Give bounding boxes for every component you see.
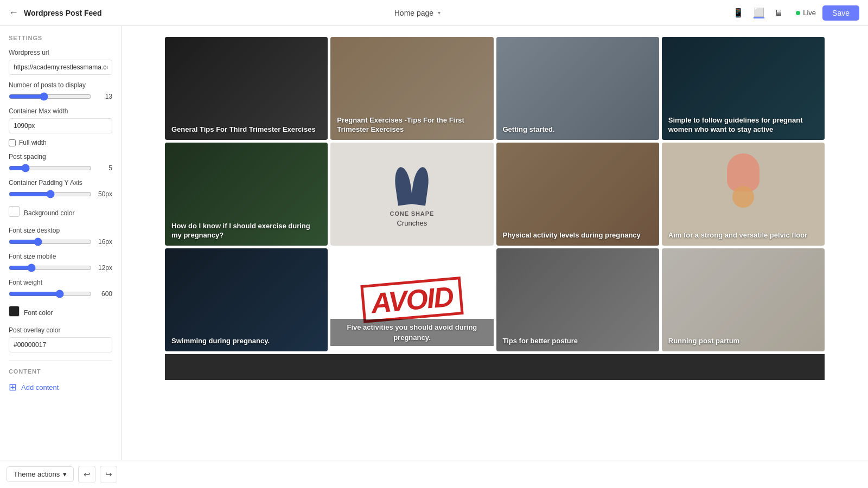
topbar-left: ← Wordpress Post Feed (9, 7, 102, 18)
main-layout: SETTINGS Wordpress url Number of posts t… (0, 26, 868, 460)
post-card[interactable]: How do I know if I should exercise durin… (165, 143, 328, 246)
container-max-width-label: Container Max width (9, 107, 112, 115)
font-size-mobile-slider[interactable] (9, 264, 92, 272)
theme-actions-label: Theme actions (14, 470, 60, 478)
post-card[interactable]: Getting started. (496, 37, 659, 140)
card-title: General Tips For Third Trimester Exercis… (171, 125, 316, 134)
card-overlay: Getting started. (496, 37, 659, 140)
cone-shape-icon (393, 162, 431, 205)
card-title: Tips for better posture (503, 337, 578, 346)
card-title: Pregnant Exercises -Tips For the First T… (337, 116, 487, 134)
post-card[interactable]: Pregnant Exercises -Tips For the First T… (330, 37, 493, 140)
font-color-label: Font color (24, 309, 53, 317)
post-card[interactable]: CONE SHAPE Crunches (330, 143, 493, 246)
background-color-row: Background color (9, 203, 112, 220)
post-grid: General Tips For Third Trimester Exercis… (122, 37, 868, 351)
redo-button[interactable]: ↪ (100, 466, 117, 483)
font-size-desktop-slider[interactable] (9, 237, 92, 246)
settings-heading: SETTINGS (9, 35, 112, 41)
live-label: Live (803, 9, 816, 17)
post-card[interactable]: AVOID Five activities you should avoid d… (330, 248, 493, 351)
full-width-checkbox[interactable] (9, 139, 16, 146)
container-max-width-input[interactable] (9, 118, 112, 133)
post-card[interactable]: Tips for better posture (496, 248, 659, 351)
background-color-label: Background color (24, 209, 74, 217)
container-padding-y-label: Container Padding Y Axis (9, 179, 112, 187)
add-content-button[interactable]: ⊞ Add content (9, 381, 59, 393)
font-color-row: Font color (9, 303, 112, 320)
num-posts-slider-row: 13 (9, 92, 112, 101)
canvas-inner: General Tips For Third Trimester Exercis… (122, 26, 868, 460)
num-posts-slider[interactable] (9, 92, 92, 101)
wordpress-url-input[interactable] (9, 60, 112, 75)
wordpress-url-label: Wordpress url (9, 49, 112, 56)
post-card[interactable]: Simple to follow guidelines for pregnant… (662, 37, 825, 140)
device-icons: 📱 ⬜ 🖥 (733, 7, 783, 18)
card-overlay: Running post partum (662, 248, 825, 351)
card-overlay: Physical activity levels during pregnanc… (496, 143, 659, 246)
chevron-down-icon: ▾ (438, 10, 441, 16)
cone-label: CONE SHAPE (390, 210, 435, 217)
post-card[interactable]: Swimming during pregnancy. (165, 248, 328, 351)
card-title: How do I know if I should exercise durin… (171, 222, 321, 240)
post-card[interactable]: Aim for a strong and versatile pelvic fl… (662, 143, 825, 246)
theme-actions-button[interactable]: Theme actions ▾ (7, 466, 74, 482)
font-weight-slider[interactable] (9, 290, 92, 298)
chevron-down-icon: ▾ (63, 470, 67, 478)
card-title: Running post partum (668, 337, 739, 346)
page-selector[interactable]: Home page ▾ (394, 9, 441, 17)
card-title: Swimming during pregnancy. (171, 337, 270, 346)
font-size-mobile-label: Font size mobile (9, 253, 112, 260)
canvas: General Tips For Third Trimester Exercis… (122, 26, 868, 460)
avoid-stamp: AVOID (360, 277, 463, 323)
card-overlay: General Tips For Third Trimester Exercis… (165, 37, 328, 140)
full-width-label: Full width (19, 139, 47, 146)
container-padding-y-value: 50px (96, 190, 112, 198)
font-size-mobile-value: 12px (96, 264, 112, 272)
card-overlay: Swimming during pregnancy. (165, 248, 328, 351)
add-icon: ⊞ (9, 381, 17, 393)
card-title: Aim for a strong and versatile pelvic fl… (668, 231, 807, 240)
desktop-icon[interactable]: 🖥 (774, 8, 783, 18)
anatomy-illustration (722, 153, 765, 208)
topbar: ← Wordpress Post Feed Home page ▾ 📱 ⬜ 🖥 … (0, 0, 868, 26)
mobile-icon[interactable]: 📱 (733, 8, 744, 18)
content-heading: CONTENT (9, 368, 112, 375)
card-title: Five activities you should avoid during … (347, 323, 477, 342)
page-name: Home page (394, 9, 433, 17)
font-size-desktop-slider-row: 16px (9, 237, 112, 246)
sidebar: SETTINGS Wordpress url Number of posts t… (0, 26, 122, 460)
post-overlay-color-label: Post overlay color (9, 326, 112, 334)
post-overlay-color-input[interactable] (9, 337, 112, 352)
font-weight-slider-row: 600 (9, 290, 112, 298)
num-posts-label: Number of posts to display (9, 81, 112, 89)
font-size-desktop-label: Font size desktop (9, 227, 112, 234)
card-overlay: Five activities you should avoid during … (330, 319, 493, 346)
post-spacing-slider[interactable] (9, 164, 92, 172)
live-dot (796, 11, 800, 15)
tablet-icon[interactable]: ⬜ (754, 7, 764, 18)
card-overlay: Tips for better posture (496, 248, 659, 351)
post-spacing-slider-row: 5 (9, 164, 112, 172)
add-content-label: Add content (21, 383, 59, 391)
post-card[interactable]: Running post partum (662, 248, 825, 351)
post-card[interactable]: General Tips For Third Trimester Exercis… (165, 37, 328, 140)
undo-button[interactable]: ↩ (78, 466, 95, 483)
card-overlay: Simple to follow guidelines for pregnant… (662, 37, 825, 140)
post-spacing-value: 5 (96, 164, 112, 172)
card-overlay: How do I know if I should exercise durin… (165, 143, 328, 246)
card-overlay: Pregnant Exercises -Tips For the First T… (330, 37, 493, 140)
full-width-row: Full width (9, 139, 112, 146)
bottom-footer-bar (165, 354, 825, 380)
post-card[interactable]: Physical activity levels during pregnanc… (496, 143, 659, 246)
live-indicator: Live (796, 9, 816, 17)
save-button[interactable]: Save (822, 5, 859, 21)
background-color-swatch[interactable] (9, 206, 20, 217)
section-divider (9, 360, 112, 361)
font-weight-label: Font weight (9, 279, 112, 286)
container-padding-y-slider[interactable] (9, 190, 92, 198)
card-title: Getting started. (503, 125, 555, 134)
font-color-swatch[interactable] (9, 306, 20, 317)
back-button[interactable]: ← (9, 7, 18, 18)
container-padding-y-slider-row: 50px (9, 190, 112, 198)
